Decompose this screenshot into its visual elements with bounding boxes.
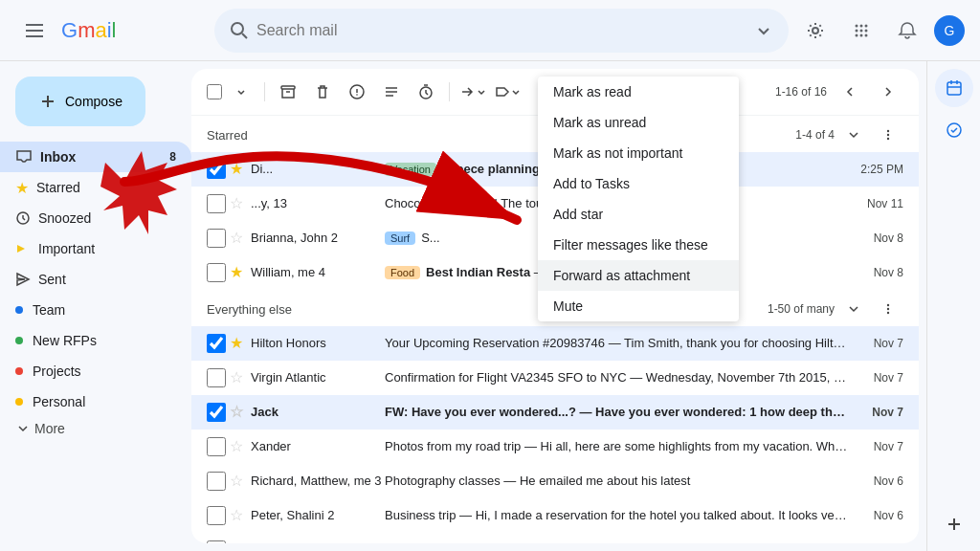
sidebar-label-projects: Projects xyxy=(33,364,176,379)
starred-icon: ★ xyxy=(15,179,29,197)
main-layout: Compose Inbox 8 ★ Starred Snoozed Import… xyxy=(0,61,980,551)
settings-button[interactable] xyxy=(796,11,835,50)
sidebar-item-snoozed[interactable]: Snoozed xyxy=(0,203,191,233)
starred-expand-button[interactable] xyxy=(838,120,869,150)
calendar-icon-button[interactable] xyxy=(935,69,973,107)
right-panel xyxy=(926,61,980,551)
next-page-button[interactable] xyxy=(873,77,903,107)
tasks-icon-button[interactable] xyxy=(935,111,973,149)
dropdown-mark-not-important[interactable]: Mark as not important xyxy=(538,138,739,168)
table-row[interactable]: ★ Hilton Honors Your Upcoming Reservatio… xyxy=(191,326,919,361)
chevron-down-icon xyxy=(15,421,31,436)
move-button[interactable] xyxy=(457,77,488,107)
email-tag-surf: Surf xyxy=(385,231,415,245)
more-button[interactable]: More xyxy=(0,417,191,440)
dropdown-add-tasks[interactable]: Add to Tasks xyxy=(538,168,739,199)
email-subject: Business trip — Hi, I made a reservation… xyxy=(385,508,850,522)
table-row[interactable]: ★ Roy, Alex, John Jose 5 Book Book you r… xyxy=(191,533,919,543)
email-checkbox[interactable] xyxy=(207,540,226,544)
dropdown-filter-messages[interactable]: Filter messages like these xyxy=(538,230,739,260)
compose-button[interactable]: Compose xyxy=(15,77,145,126)
dropdown-mark-read[interactable]: Mark as read xyxy=(538,77,739,107)
sidebar-item-team[interactable]: Team xyxy=(0,295,191,325)
avatar[interactable]: G xyxy=(934,15,965,46)
email-checkbox[interactable] xyxy=(207,472,226,491)
dropdown-add-star[interactable]: Add star xyxy=(538,199,739,230)
dropdown-mark-unread[interactable]: Mark as unread xyxy=(538,107,739,138)
sidebar-item-important[interactable]: Important xyxy=(0,233,191,264)
sidebar-item-personal[interactable]: Personal xyxy=(0,386,191,417)
sidebar-item-starred[interactable]: ★ Starred xyxy=(0,172,191,203)
star-icon[interactable]: ★ xyxy=(230,334,243,352)
email-checkbox[interactable] xyxy=(207,437,226,456)
table-row[interactable]: ☆ Peter, Shalini 2 Business trip — Hi, I… xyxy=(191,498,919,533)
notification-button[interactable] xyxy=(888,11,926,50)
table-row[interactable]: ☆ Jack FW: Have you ever wondered...? — … xyxy=(191,395,919,430)
svg-point-32 xyxy=(887,312,889,314)
dropdown-forward-attachment[interactable]: Forward as attachment xyxy=(538,260,739,291)
email-sender: Brianna, John 2 xyxy=(251,231,385,245)
email-checkbox[interactable] xyxy=(207,194,226,213)
svg-line-4 xyxy=(242,33,247,38)
dropdown-mute[interactable]: Mute xyxy=(538,291,739,321)
email-sender: Peter, Shalini 2 xyxy=(251,508,385,522)
snooze-button[interactable] xyxy=(411,77,441,107)
star-icon[interactable]: ☆ xyxy=(230,437,243,455)
label-button[interactable] xyxy=(492,77,523,107)
svg-point-28 xyxy=(887,134,889,136)
mark-button[interactable] xyxy=(376,77,407,107)
star-icon[interactable]: ☆ xyxy=(230,194,243,212)
sidebar-item-newrfps[interactable]: New RFPs xyxy=(0,325,191,356)
archive-button[interactable] xyxy=(273,77,303,107)
search-bar[interactable] xyxy=(214,9,789,53)
apps-button[interactable] xyxy=(842,11,880,50)
email-checkbox[interactable] xyxy=(207,334,226,353)
svg-point-5 xyxy=(813,28,818,33)
sidebar-item-inbox[interactable]: Inbox 8 xyxy=(0,142,191,172)
star-icon[interactable]: ★ xyxy=(230,263,243,281)
email-checkbox[interactable] xyxy=(207,160,226,179)
email-subject: Photos from my road trip — Hi all, here … xyxy=(385,439,850,453)
starred-more-button[interactable] xyxy=(873,120,903,150)
prev-page-button[interactable] xyxy=(835,77,865,107)
everything-expand-button[interactable] xyxy=(838,294,869,324)
email-date: Nov 6 xyxy=(858,543,903,544)
email-checkbox[interactable] xyxy=(207,229,226,248)
inbox-icon xyxy=(15,148,33,165)
personal-dot xyxy=(15,398,23,406)
email-tag-vacation: Vacation xyxy=(385,163,436,176)
add-button[interactable] xyxy=(935,505,973,543)
email-checkbox[interactable] xyxy=(207,506,226,525)
email-checkbox[interactable] xyxy=(207,263,226,282)
table-row[interactable]: ☆ Xander Photos from my road trip — Hi a… xyxy=(191,430,919,464)
search-input[interactable] xyxy=(256,22,746,39)
sidebar-item-sent[interactable]: Sent xyxy=(0,264,191,295)
header-icons: G xyxy=(796,11,965,50)
menu-button[interactable] xyxy=(15,11,54,50)
star-icon[interactable]: ☆ xyxy=(230,506,243,524)
sidebar-item-projects[interactable]: Projects xyxy=(0,356,191,386)
email-sender: Di... xyxy=(251,162,385,176)
email-checkbox[interactable] xyxy=(207,403,226,422)
star-icon[interactable]: ☆ xyxy=(230,403,243,421)
select-dropdown-button[interactable] xyxy=(226,77,256,107)
delete-button[interactable] xyxy=(307,77,338,107)
email-checkbox[interactable] xyxy=(207,368,226,387)
select-all-checkbox[interactable] xyxy=(207,84,222,99)
star-icon[interactable]: ★ xyxy=(230,160,243,178)
svg-point-29 xyxy=(887,138,889,140)
star-icon[interactable]: ☆ xyxy=(230,472,243,490)
everything-more-button[interactable] xyxy=(873,294,903,324)
email-date: Nov 6 xyxy=(858,509,903,522)
star-icon[interactable]: ☆ xyxy=(230,368,243,386)
sidebar-label-important: Important xyxy=(38,241,176,256)
clock-icon xyxy=(15,210,31,226)
star-icon[interactable]: ★ xyxy=(230,540,243,543)
email-date: Nov 7 xyxy=(858,440,903,453)
star-icon[interactable]: ☆ xyxy=(230,229,243,247)
email-tag-book: Book xyxy=(385,543,420,544)
spam-button[interactable] xyxy=(342,77,372,107)
table-row[interactable]: ☆ Virgin Atlantic Confirmation for Fligh… xyxy=(191,361,919,395)
email-sender: Richard, Matthew, me 3 xyxy=(251,474,385,488)
table-row[interactable]: ☆ Richard, Matthew, me 3 Photography cla… xyxy=(191,464,919,498)
